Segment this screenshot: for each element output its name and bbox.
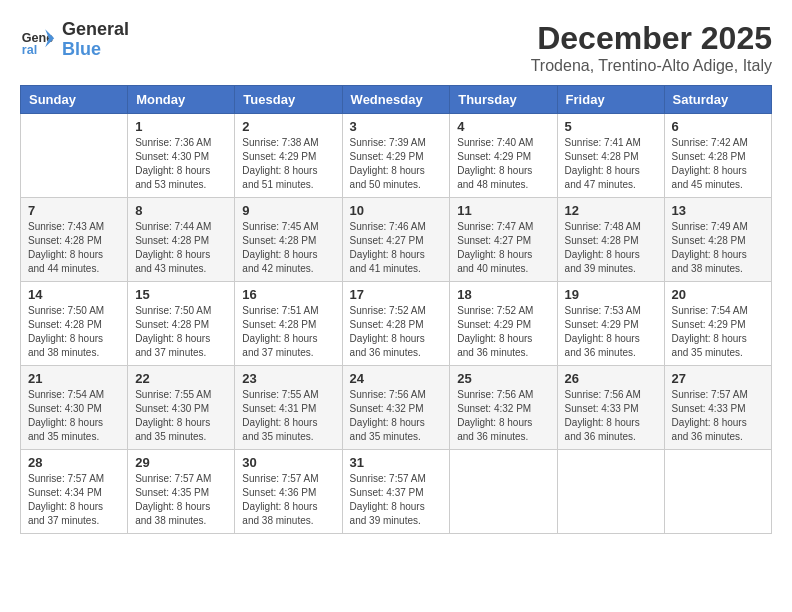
calendar-cell: 30Sunrise: 7:57 AM Sunset: 4:36 PM Dayli… [235, 450, 342, 534]
day-number: 28 [28, 455, 120, 470]
day-info: Sunrise: 7:49 AM Sunset: 4:28 PM Dayligh… [672, 220, 764, 276]
calendar-cell: 20Sunrise: 7:54 AM Sunset: 4:29 PM Dayli… [664, 282, 771, 366]
calendar-table: SundayMondayTuesdayWednesdayThursdayFrid… [20, 85, 772, 534]
calendar-cell: 19Sunrise: 7:53 AM Sunset: 4:29 PM Dayli… [557, 282, 664, 366]
day-number: 21 [28, 371, 120, 386]
day-info: Sunrise: 7:36 AM Sunset: 4:30 PM Dayligh… [135, 136, 227, 192]
day-number: 2 [242, 119, 334, 134]
calendar-cell: 6Sunrise: 7:42 AM Sunset: 4:28 PM Daylig… [664, 114, 771, 198]
calendar-cell: 21Sunrise: 7:54 AM Sunset: 4:30 PM Dayli… [21, 366, 128, 450]
calendar-cell: 22Sunrise: 7:55 AM Sunset: 4:30 PM Dayli… [128, 366, 235, 450]
day-info: Sunrise: 7:43 AM Sunset: 4:28 PM Dayligh… [28, 220, 120, 276]
calendar-cell: 31Sunrise: 7:57 AM Sunset: 4:37 PM Dayli… [342, 450, 450, 534]
calendar-cell: 1Sunrise: 7:36 AM Sunset: 4:30 PM Daylig… [128, 114, 235, 198]
day-number: 6 [672, 119, 764, 134]
title-area: December 2025 Trodena, Trentino-Alto Adi… [531, 20, 772, 75]
day-number: 14 [28, 287, 120, 302]
day-number: 19 [565, 287, 657, 302]
day-info: Sunrise: 7:47 AM Sunset: 4:27 PM Dayligh… [457, 220, 549, 276]
day-number: 1 [135, 119, 227, 134]
weekday-header: Sunday [21, 86, 128, 114]
svg-text:ral: ral [22, 43, 37, 57]
calendar-cell [664, 450, 771, 534]
day-number: 20 [672, 287, 764, 302]
calendar-cell: 29Sunrise: 7:57 AM Sunset: 4:35 PM Dayli… [128, 450, 235, 534]
day-info: Sunrise: 7:57 AM Sunset: 4:37 PM Dayligh… [350, 472, 443, 528]
day-info: Sunrise: 7:55 AM Sunset: 4:31 PM Dayligh… [242, 388, 334, 444]
day-info: Sunrise: 7:57 AM Sunset: 4:36 PM Dayligh… [242, 472, 334, 528]
day-info: Sunrise: 7:56 AM Sunset: 4:32 PM Dayligh… [350, 388, 443, 444]
day-number: 17 [350, 287, 443, 302]
calendar-cell: 15Sunrise: 7:50 AM Sunset: 4:28 PM Dayli… [128, 282, 235, 366]
day-info: Sunrise: 7:48 AM Sunset: 4:28 PM Dayligh… [565, 220, 657, 276]
calendar-cell: 17Sunrise: 7:52 AM Sunset: 4:28 PM Dayli… [342, 282, 450, 366]
day-info: Sunrise: 7:53 AM Sunset: 4:29 PM Dayligh… [565, 304, 657, 360]
calendar-cell: 12Sunrise: 7:48 AM Sunset: 4:28 PM Dayli… [557, 198, 664, 282]
calendar-cell [21, 114, 128, 198]
logo-icon: Gene ral [20, 22, 56, 58]
day-info: Sunrise: 7:54 AM Sunset: 4:30 PM Dayligh… [28, 388, 120, 444]
weekday-header: Thursday [450, 86, 557, 114]
page-header: Gene ral General Blue December 2025 Trod… [20, 20, 772, 75]
calendar-cell: 7Sunrise: 7:43 AM Sunset: 4:28 PM Daylig… [21, 198, 128, 282]
calendar-week-row: 1Sunrise: 7:36 AM Sunset: 4:30 PM Daylig… [21, 114, 772, 198]
calendar-cell: 5Sunrise: 7:41 AM Sunset: 4:28 PM Daylig… [557, 114, 664, 198]
day-info: Sunrise: 7:42 AM Sunset: 4:28 PM Dayligh… [672, 136, 764, 192]
day-info: Sunrise: 7:54 AM Sunset: 4:29 PM Dayligh… [672, 304, 764, 360]
day-info: Sunrise: 7:46 AM Sunset: 4:27 PM Dayligh… [350, 220, 443, 276]
day-number: 27 [672, 371, 764, 386]
day-number: 8 [135, 203, 227, 218]
day-info: Sunrise: 7:55 AM Sunset: 4:30 PM Dayligh… [135, 388, 227, 444]
weekday-header: Tuesday [235, 86, 342, 114]
calendar-cell: 10Sunrise: 7:46 AM Sunset: 4:27 PM Dayli… [342, 198, 450, 282]
day-info: Sunrise: 7:41 AM Sunset: 4:28 PM Dayligh… [565, 136, 657, 192]
day-number: 15 [135, 287, 227, 302]
month-year-title: December 2025 [531, 20, 772, 57]
calendar-cell: 9Sunrise: 7:45 AM Sunset: 4:28 PM Daylig… [235, 198, 342, 282]
calendar-week-row: 14Sunrise: 7:50 AM Sunset: 4:28 PM Dayli… [21, 282, 772, 366]
day-number: 22 [135, 371, 227, 386]
calendar-week-row: 7Sunrise: 7:43 AM Sunset: 4:28 PM Daylig… [21, 198, 772, 282]
day-number: 26 [565, 371, 657, 386]
calendar-cell [450, 450, 557, 534]
calendar-cell: 4Sunrise: 7:40 AM Sunset: 4:29 PM Daylig… [450, 114, 557, 198]
day-number: 12 [565, 203, 657, 218]
day-info: Sunrise: 7:45 AM Sunset: 4:28 PM Dayligh… [242, 220, 334, 276]
day-info: Sunrise: 7:56 AM Sunset: 4:32 PM Dayligh… [457, 388, 549, 444]
day-number: 30 [242, 455, 334, 470]
day-info: Sunrise: 7:39 AM Sunset: 4:29 PM Dayligh… [350, 136, 443, 192]
calendar-cell: 24Sunrise: 7:56 AM Sunset: 4:32 PM Dayli… [342, 366, 450, 450]
day-number: 24 [350, 371, 443, 386]
day-info: Sunrise: 7:56 AM Sunset: 4:33 PM Dayligh… [565, 388, 657, 444]
day-info: Sunrise: 7:57 AM Sunset: 4:35 PM Dayligh… [135, 472, 227, 528]
day-number: 16 [242, 287, 334, 302]
calendar-cell: 26Sunrise: 7:56 AM Sunset: 4:33 PM Dayli… [557, 366, 664, 450]
calendar-cell: 13Sunrise: 7:49 AM Sunset: 4:28 PM Dayli… [664, 198, 771, 282]
calendar-week-row: 28Sunrise: 7:57 AM Sunset: 4:34 PM Dayli… [21, 450, 772, 534]
day-info: Sunrise: 7:57 AM Sunset: 4:34 PM Dayligh… [28, 472, 120, 528]
calendar-cell: 3Sunrise: 7:39 AM Sunset: 4:29 PM Daylig… [342, 114, 450, 198]
day-number: 29 [135, 455, 227, 470]
location-subtitle: Trodena, Trentino-Alto Adige, Italy [531, 57, 772, 75]
calendar-cell [557, 450, 664, 534]
day-number: 3 [350, 119, 443, 134]
day-number: 18 [457, 287, 549, 302]
weekday-header: Saturday [664, 86, 771, 114]
day-number: 9 [242, 203, 334, 218]
calendar-cell: 8Sunrise: 7:44 AM Sunset: 4:28 PM Daylig… [128, 198, 235, 282]
day-info: Sunrise: 7:57 AM Sunset: 4:33 PM Dayligh… [672, 388, 764, 444]
weekday-header: Monday [128, 86, 235, 114]
day-number: 11 [457, 203, 549, 218]
day-number: 13 [672, 203, 764, 218]
logo: Gene ral General Blue [20, 20, 129, 60]
calendar-cell: 18Sunrise: 7:52 AM Sunset: 4:29 PM Dayli… [450, 282, 557, 366]
day-info: Sunrise: 7:40 AM Sunset: 4:29 PM Dayligh… [457, 136, 549, 192]
day-info: Sunrise: 7:50 AM Sunset: 4:28 PM Dayligh… [135, 304, 227, 360]
calendar-header-row: SundayMondayTuesdayWednesdayThursdayFrid… [21, 86, 772, 114]
calendar-cell: 11Sunrise: 7:47 AM Sunset: 4:27 PM Dayli… [450, 198, 557, 282]
day-number: 23 [242, 371, 334, 386]
day-number: 4 [457, 119, 549, 134]
day-number: 31 [350, 455, 443, 470]
calendar-cell: 27Sunrise: 7:57 AM Sunset: 4:33 PM Dayli… [664, 366, 771, 450]
day-info: Sunrise: 7:50 AM Sunset: 4:28 PM Dayligh… [28, 304, 120, 360]
